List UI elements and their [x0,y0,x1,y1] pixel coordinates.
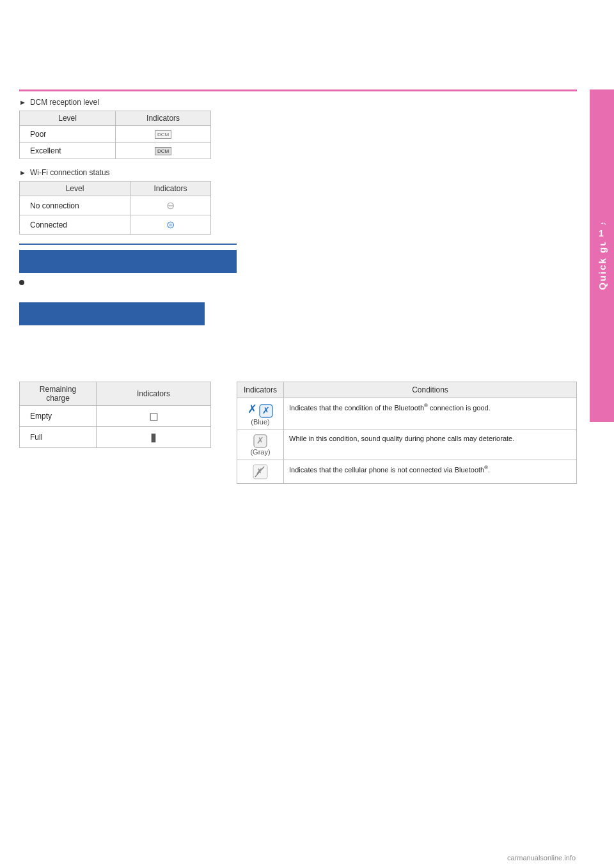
svg-text:✗: ✗ [256,435,264,446]
bt-blue-condition: Indicates that the con­dition of the Blu… [284,398,577,430]
table-row: ✗ ✗ (Blue) Indicates that the con­dition… [237,398,577,430]
wifi-connected-icon: ⊜ [130,215,210,235]
table-row: Empty ◻ [20,406,211,427]
remaining-charge-col2: Indicators [97,382,211,406]
conditions-table: Indicators Conditions ✗ [237,382,577,484]
blue-header-box-2 [19,302,205,325]
wifi-no-connection-indicator: ⊖ [166,200,175,211]
wifi-label-text: Wi-Fi connection status [30,168,110,177]
bullet-dot [19,280,24,285]
remaining-charge-table: Remainingcharge Indicators Empty ◻ Ful [19,382,211,448]
dcm-excellent-label: Excellent [20,143,116,159]
wifi-section: ► Wi-Fi connection status Level Indicato… [19,168,577,235]
separator-line [19,244,237,245]
table-row: Connected ⊜ [20,215,211,235]
dcm-col2-header: Indicators [116,111,211,126]
wifi-col1-header: Level [20,182,130,196]
wifi-connected-indicator: ⊜ [166,219,175,230]
table-row: Poor DCM [20,126,211,143]
conditions-col1-header: Indicators [237,382,284,398]
bluetooth-disconnected-icon: ✗ [253,464,268,479]
full-icon: ▮ [97,427,211,448]
bt-no-conn-cell: ✗ [237,460,284,483]
page-number: 1 [592,224,611,243]
table-row: ✗ Indicates that the cel­lular phone is … [237,460,577,483]
wifi-table: Level Indicators No connection ⊖ Connect… [19,181,211,235]
table-row: Excellent DCM [20,143,211,159]
dcm-label-text: DCM reception level [30,98,99,107]
arrow-icon: ► [19,98,26,106]
dcm-excellent-icon: DCM [116,143,211,159]
empty-label: Empty [20,406,97,427]
lower-section: Remainingcharge Indicators Empty ◻ Ful [19,302,577,484]
sidebar-tab: Quick guide [590,89,614,422]
dcm-arrow-label: ► DCM reception level [19,98,577,107]
remaining-charge-column: Remainingcharge Indicators Empty ◻ Ful [19,382,224,484]
dcm-poor-icon: DCM [116,126,211,143]
dcm-col1-header: Level [20,111,116,126]
table-row: No connection ⊖ [20,196,211,215]
dcm-poor-label: Poor [20,126,116,143]
battery-empty-indicator: ◻ [149,410,159,422]
bt-gray-cell: ✗ (Gray) [237,430,284,460]
blue-box-2-text [27,309,29,318]
arrow-icon-2: ► [19,169,26,176]
bluetooth-blue-icon: ✗ [248,403,257,415]
body-text-1 [19,330,577,342]
dcm-table: Level Indicators Poor DCM Excellent DCM [19,111,211,159]
wifi-col2-header: Indicators [130,182,210,196]
conditions-column: Indicators Conditions ✗ [237,382,577,484]
body-text-3 [19,364,577,375]
empty-icon: ◻ [97,406,211,427]
body-text-2 [19,347,577,359]
wifi-no-conn-icon: ⊖ [130,196,210,215]
svg-text:✗: ✗ [262,405,270,415]
bt-gray-condition: While in this condition, sound quality d… [284,430,577,460]
conditions-col2-header: Conditions [284,382,577,398]
bluetooth-blue-icon: ✗ [259,404,273,418]
wifi-connected-label: Connected [20,215,130,235]
two-col-section: Remainingcharge Indicators Empty ◻ Ful [19,382,577,484]
blue-box-1-text [27,257,29,266]
wifi-arrow-label: ► Wi-Fi connection status [19,168,577,177]
bullet-text-1 [29,278,31,290]
top-divider [19,89,577,91]
dcm-poor-indicator: DCM [155,130,171,139]
bluetooth-gray-icon: ✗ [253,434,267,448]
blue-header-box-1 [19,250,237,273]
bt-blue-cell: ✗ ✗ (Blue) [237,398,284,430]
table-row: ✗ (Gray) While in this condition, sound … [237,430,577,460]
wifi-no-conn-label: No connection [20,196,130,215]
remaining-charge-col1: Remainingcharge [20,382,97,406]
bullet-item-1 [19,278,577,295]
dcm-section: ► DCM reception level Level Indicators P… [19,98,577,159]
battery-full-indicator: ▮ [150,431,157,444]
bt-no-conn-condition: Indicates that the cel­lular phone is no… [284,460,577,483]
dcm-excellent-indicator: DCM [155,147,171,155]
table-row: Full ▮ [20,427,211,448]
watermark: carmanualsonline.info [507,854,576,862]
full-label: Full [20,427,97,448]
